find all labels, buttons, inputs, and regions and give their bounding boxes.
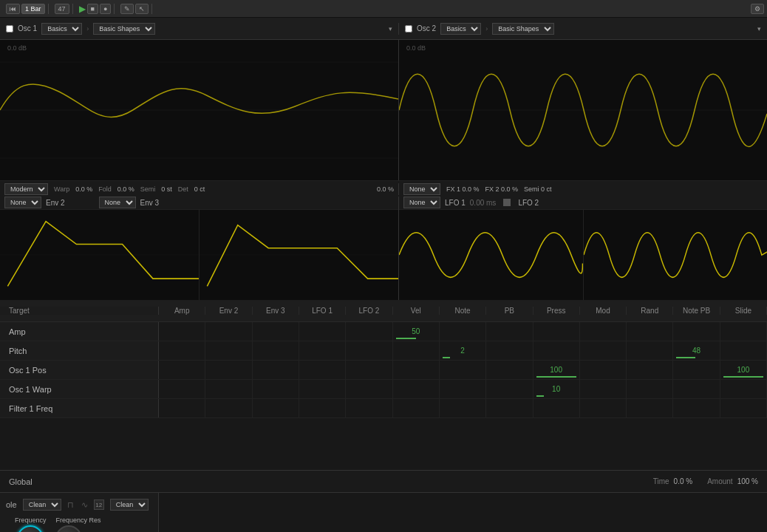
mod-cell-amp-note[interactable] (440, 322, 486, 341)
osc2-none-select[interactable]: None (403, 183, 440, 195)
osc1-fold-val: 0.0 % (117, 185, 134, 193)
mod-cell-amp-env2[interactable] (205, 322, 252, 341)
mod-cell-amp-lfo2[interactable] (346, 322, 392, 341)
filter-dropdown1[interactable]: Clean (23, 499, 61, 511)
mod-cell-amp-vel[interactable]: 50 (393, 322, 440, 341)
mod-cell-f1f-lfo2[interactable] (346, 399, 392, 417)
mod-cell-osc1warp-amp[interactable] (159, 380, 205, 398)
mod-cell-f1f-slide[interactable] (720, 399, 767, 417)
mod-cell-amp-rand[interactable] (627, 322, 673, 341)
global-time-label: Time (653, 477, 669, 485)
mod-cell-osc1pos-rand[interactable] (627, 361, 673, 379)
mod-cell-pitch-notepb[interactable]: 48 (673, 341, 720, 360)
lfo-none-select[interactable]: None (403, 197, 440, 208)
mod-cell-pitch-amp[interactable] (159, 341, 205, 360)
cursor-btn[interactable]: ↖ (135, 4, 149, 14)
osc1-warp-type-select[interactable]: Modern (4, 183, 48, 195)
mod-cell-f1f-env3[interactable] (253, 399, 299, 417)
mod-cell-amp-slide[interactable] (720, 322, 767, 341)
mod-cell-pitch-vel[interactable] (393, 341, 440, 360)
osc2-expand-btn[interactable]: ▾ (757, 25, 761, 33)
toolbar-bpm-btn[interactable]: 47 (55, 4, 69, 14)
frequency-knob[interactable] (17, 525, 44, 532)
mod-cell-pitch-lfo2[interactable] (346, 341, 392, 360)
mod-cell-osc1warp-note[interactable] (440, 380, 486, 398)
mod-cell-pitch-lfo1[interactable] (299, 341, 346, 360)
mod-cell-osc1pos-press[interactable]: 100 (534, 361, 580, 379)
record-button[interactable]: ● (100, 4, 111, 14)
mod-cell-osc1warp-lfo1[interactable] (299, 380, 346, 398)
lfo2-canvas (584, 210, 768, 300)
osc1-type-select[interactable]: Basics (41, 23, 82, 35)
mod-cell-osc1warp-vel[interactable] (393, 380, 440, 398)
col-header-env3: Env 3 (253, 307, 299, 315)
osc1-checkbox[interactable] (6, 25, 13, 33)
mod-cell-osc1pos-note[interactable] (440, 361, 486, 379)
mod-cell-osc1pos-env3[interactable] (253, 361, 299, 379)
mod-cell-osc1pos-amp[interactable] (159, 361, 205, 379)
toolbar-tempo-btn[interactable]: 1 Bar (21, 4, 45, 14)
toolbar-rewind-btn[interactable]: ⏮ (6, 4, 20, 14)
mod-cell-pitch-slide[interactable] (720, 341, 767, 360)
col-header-amp: Amp (159, 307, 205, 315)
env-none-select1[interactable]: None (4, 197, 41, 208)
col-header-mod: Mod (580, 307, 627, 315)
mod-cell-f1f-note[interactable] (440, 399, 486, 417)
mod-row-filter1freq: Filter 1 Freq (0, 399, 767, 418)
mod-cell-pitch-mod[interactable] (580, 341, 627, 360)
osc1-expand-btn[interactable]: ▾ (389, 25, 392, 33)
mod-cell-amp-env3[interactable] (253, 322, 299, 341)
mod-cell-f1f-rand[interactable] (627, 399, 673, 417)
mod-cell-f1f-notepb[interactable] (673, 399, 720, 417)
mod-cell-osc1pos-pb[interactable] (486, 361, 533, 379)
mod-cell-f1f-press[interactable] (534, 399, 580, 417)
mod-cell-osc1warp-press[interactable]: 10 (534, 380, 580, 398)
mod-cell-amp-amp[interactable] (159, 322, 205, 341)
mod-cell-osc1pos-lfo1[interactable] (299, 361, 346, 379)
mod-cell-osc1warp-lfo2[interactable] (346, 380, 392, 398)
mod-cell-f1f-env2[interactable] (205, 399, 252, 417)
osc2-shape-select[interactable]: Basic Shapes (492, 23, 554, 35)
freq-res-knob[interactable] (55, 525, 82, 532)
mod-cell-amp-press[interactable] (534, 322, 580, 341)
mod-cell-osc1warp-notepb[interactable] (673, 380, 720, 398)
mod-cell-osc1pos-lfo2[interactable] (346, 361, 392, 379)
mod-cell-pitch-env2[interactable] (205, 341, 252, 360)
osc1-shape-select[interactable]: Basic Shapes (93, 23, 155, 35)
mod-cell-osc1pos-vel[interactable] (393, 361, 440, 379)
stop-button[interactable]: ■ (87, 4, 98, 14)
mod-cell-osc1warp-pb[interactable] (486, 380, 533, 398)
mod-cell-amp-mod[interactable] (580, 322, 627, 341)
mod-cell-osc1pos-mod[interactable] (580, 361, 627, 379)
mod-cell-f1f-amp[interactable] (159, 399, 205, 417)
pencil-btn[interactable]: ✎ (120, 4, 134, 14)
mod-cell-pitch-pb[interactable] (486, 341, 533, 360)
osc2-checkbox[interactable] (405, 25, 412, 33)
play-button[interactable]: ▶ (79, 4, 86, 14)
mod-cell-osc1warp-env3[interactable] (253, 380, 299, 398)
mod-cell-osc1warp-rand[interactable] (627, 380, 673, 398)
lfo-sync-btn[interactable] (503, 199, 511, 206)
mod-cell-osc1warp-mod[interactable] (580, 380, 627, 398)
mod-cell-osc1warp-env2[interactable] (205, 380, 252, 398)
mod-cell-f1f-pb[interactable] (486, 399, 533, 417)
filter-dropdown2[interactable]: Clean (110, 499, 149, 511)
mod-cell-osc1pos-notepb[interactable] (673, 361, 720, 379)
mod-cell-f1f-lfo1[interactable] (299, 399, 346, 417)
mod-cell-osc1warp-slide[interactable] (720, 380, 767, 398)
osc2-type-select[interactable]: Basics (440, 23, 481, 35)
mod-cell-amp-pb[interactable] (486, 322, 533, 341)
mod-cell-f1f-mod[interactable] (580, 399, 627, 417)
mod-cell-pitch-press[interactable] (534, 341, 580, 360)
mod-cell-f1f-vel[interactable] (393, 399, 440, 417)
settings-btn[interactable]: ⚙ (751, 4, 764, 14)
mod-cell-osc1pos-env2[interactable] (205, 361, 252, 379)
env-none-select2[interactable]: None (99, 197, 136, 208)
mod-row-label-osc1pos: Osc 1 Pos (0, 361, 159, 379)
mod-cell-osc1pos-slide[interactable]: 100 (720, 361, 767, 379)
mod-cell-amp-lfo1[interactable] (299, 322, 346, 341)
mod-cell-pitch-env3[interactable] (253, 341, 299, 360)
mod-cell-pitch-rand[interactable] (627, 341, 673, 360)
mod-cell-amp-notepb[interactable] (673, 322, 720, 341)
mod-cell-pitch-note[interactable]: 2 (440, 341, 486, 360)
